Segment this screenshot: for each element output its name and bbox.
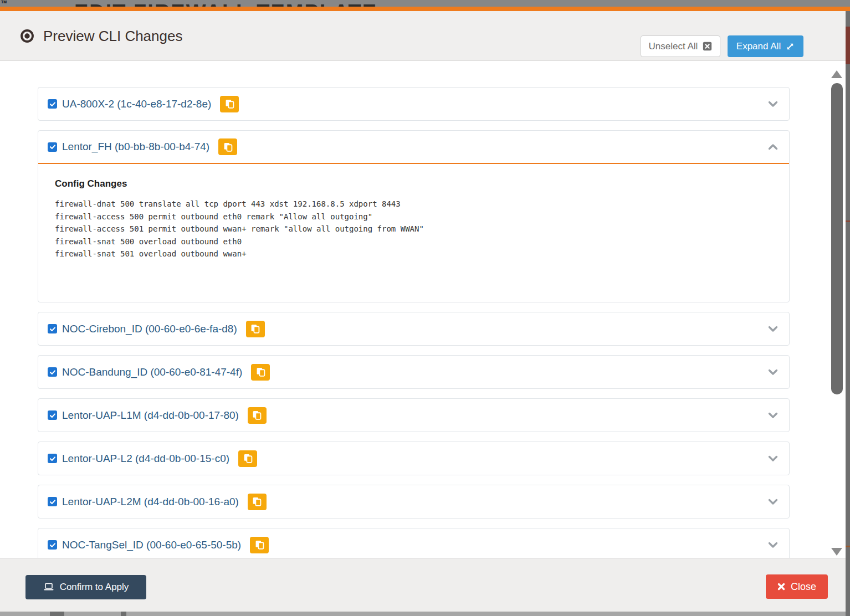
copy-icon [252, 497, 262, 506]
background-dark-segment [50, 612, 64, 616]
chevron-up-icon[interactable] [767, 143, 779, 151]
copy-icon-button[interactable] [248, 407, 267, 424]
copy-icon-button[interactable] [248, 494, 267, 510]
chevron-down-icon[interactable] [767, 498, 779, 506]
confirm-to-apply-label: Confirm to Apply [60, 582, 129, 593]
copy-icon-button[interactable] [218, 138, 237, 155]
device-panel: NOC-Bandung_ID (00-60-e0-81-47-4f) [38, 355, 790, 389]
device-checkbox[interactable] [48, 99, 57, 109]
device-label: NOC-Cirebon_ID (00-60-e0-6e-fa-d8) [62, 323, 237, 335]
device-checkbox[interactable] [48, 497, 57, 506]
device-checkbox[interactable] [48, 324, 57, 333]
device-row-header[interactable]: Lentor-UAP-L2 (d4-dd-0b-00-15-c0) [38, 442, 789, 475]
device-row-header[interactable]: NOC-Bandung_ID (00-60-e0-81-47-4f) [38, 356, 789, 388]
device-label: NOC-TangSel_ID (00-60-e0-65-50-5b) [62, 539, 241, 551]
device-label: Lentor-UAP-L1M (d4-dd-0b-00-17-80) [62, 409, 239, 422]
unselect-all-button[interactable]: Unselect All [641, 35, 720, 57]
device-row-header[interactable]: NOC-TangSel_ID (00-60-e0-65-50-5b) [38, 528, 789, 561]
scrollbar-up-arrow[interactable] [831, 70, 842, 78]
copy-icon [255, 540, 264, 550]
config-cli-text: firewall-dnat 500 translate all tcp dpor… [55, 198, 772, 260]
device-row-header[interactable]: UA-800X-2 (1c-40-e8-17-d2-8e) [38, 88, 789, 120]
device-row-header[interactable]: Lentor-UAP-L2M (d4-dd-0b-00-16-a0) [38, 485, 789, 518]
copy-icon [256, 367, 265, 377]
copy-icon [223, 142, 233, 152]
device-checkbox[interactable] [48, 142, 57, 152]
copy-icon-button[interactable] [220, 96, 239, 112]
background-divider [846, 546, 850, 547]
device-panel: Lentor-UAP-L2 (d4-dd-0b-00-15-c0) [38, 442, 790, 475]
background-page-strip: TM EDIT FIREWALL TEMPLATE [0, 0, 850, 7]
unselect-all-label: Unselect All [649, 41, 698, 52]
device-label: UA-800X-2 (1c-40-e8-17-d2-8e) [62, 98, 211, 110]
copy-icon [225, 99, 234, 109]
background-page-title: EDIT FIREWALL TEMPLATE [74, 1, 377, 7]
device-label: Lentor-UAP-L2M (d4-dd-0b-00-16-a0) [62, 496, 239, 508]
device-panel: UA-800X-2 (1c-40-e8-17-d2-8e) [38, 87, 790, 121]
background-red-segment [846, 27, 850, 64]
close-label: Close [791, 581, 816, 593]
copy-icon-button[interactable] [250, 537, 269, 553]
chevron-down-icon[interactable] [767, 325, 779, 333]
close-button[interactable]: Close [766, 574, 828, 599]
square-x-icon [703, 42, 712, 51]
device-panel: Lentor-UAP-L2M (d4-dd-0b-00-16-a0) [38, 485, 790, 519]
background-dark-segment [121, 612, 126, 616]
device-label: Lentor_FH (b0-bb-8b-00-b4-74) [62, 141, 209, 153]
modal-header: Preview CLI Changes Unselect All Expand … [0, 11, 850, 61]
background-page-bottom-strip [0, 612, 850, 616]
scrollbar-thumb[interactable] [831, 83, 843, 394]
config-changes-section: Config Changes firewall-dnat 500 transla… [38, 164, 789, 302]
modal-footer: Confirm to Apply Close [0, 558, 850, 612]
device-row-header[interactable]: Lentor-UAP-L1M (d4-dd-0b-00-17-80) [38, 399, 789, 432]
modal-title: Preview CLI Changes [43, 28, 182, 45]
device-row-header[interactable]: Lentor_FH (b0-bb-8b-00-b4-74) [38, 131, 789, 164]
device-panel: NOC-TangSel_ID (00-60-e0-65-50-5b) [38, 528, 790, 562]
device-label: Lentor-UAP-L2 (d4-dd-0b-00-15-c0) [62, 453, 229, 465]
expand-arrows-icon [786, 42, 795, 51]
device-panel: Lentor-UAP-L1M (d4-dd-0b-00-17-80) [38, 398, 790, 432]
copy-icon [243, 454, 253, 463]
background-page-right-sliver [846, 11, 850, 616]
chevron-down-icon[interactable] [767, 541, 779, 549]
copy-icon [250, 324, 260, 333]
copy-icon-button[interactable] [238, 450, 257, 467]
scrollbar-down-arrow[interactable] [831, 548, 842, 556]
device-panel-expanded: Lentor_FH (b0-bb-8b-00-b4-74) Config Cha… [38, 130, 790, 302]
modal-top-accent-bar [0, 7, 850, 11]
copy-icon [252, 410, 262, 420]
confirm-to-apply-button[interactable]: Confirm to Apply [25, 575, 146, 599]
chevron-down-icon[interactable] [767, 368, 779, 376]
device-checkbox[interactable] [48, 410, 57, 420]
chevron-down-icon[interactable] [767, 100, 779, 108]
expand-all-button[interactable]: Expand All [728, 35, 803, 57]
close-x-icon [777, 583, 785, 591]
modal-body: UA-800X-2 (1c-40-e8-17-d2-8e) Lentor_F [0, 61, 850, 558]
background-divider [846, 220, 850, 222]
chevron-down-icon[interactable] [767, 455, 779, 463]
device-row-header[interactable]: NOC-Cirebon_ID (00-60-e0-6e-fa-d8) [38, 312, 789, 345]
device-checkbox[interactable] [48, 367, 57, 377]
dot-circle-icon [20, 29, 34, 43]
copy-icon-button[interactable] [251, 364, 270, 381]
device-panel: NOC-Cirebon_ID (00-60-e0-6e-fa-d8) [38, 312, 790, 346]
laptop-icon [43, 583, 54, 592]
expand-all-label: Expand All [736, 41, 781, 52]
device-checkbox[interactable] [48, 540, 57, 550]
trademark-mark: TM [1, 0, 7, 4]
config-changes-title: Config Changes [55, 178, 772, 189]
device-label: NOC-Bandung_ID (00-60-e0-81-47-4f) [62, 366, 242, 378]
copy-icon-button[interactable] [246, 321, 265, 337]
device-checkbox[interactable] [48, 454, 57, 463]
chevron-down-icon[interactable] [767, 412, 779, 419]
